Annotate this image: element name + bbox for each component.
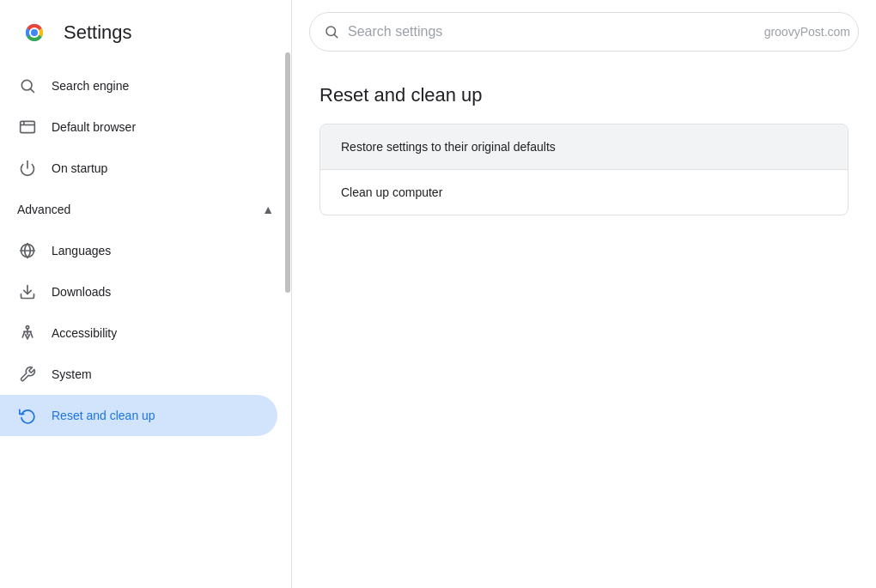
search-bar-container: groovyPost.com [292,0,876,64]
svg-point-15 [326,27,336,36]
wrench-icon [17,364,38,385]
content-area: Reset and clean up Restore settings to t… [292,64,876,236]
download-icon [17,282,38,302]
accessibility-icon [17,323,38,343]
chrome-logo-icon [17,15,52,50]
browser-icon [17,117,38,137]
sidebar: Settings Search engine Default brows [0,0,292,588]
sidebar-item-label: System [52,367,92,381]
svg-point-3 [31,29,38,36]
sidebar-item-on-startup[interactable]: On startup [0,148,277,189]
sidebar-item-label: On startup [52,161,107,175]
clean-up-computer-label: Clean up computer [341,185,442,199]
restore-settings-label: Restore settings to their original defau… [341,140,556,154]
main-content: groovyPost.com Reset and clean up Restor… [292,0,876,588]
svg-line-5 [31,89,34,93]
sidebar-item-label: Default browser [52,120,136,134]
settings-title: Settings [64,21,132,44]
sidebar-item-label: Downloads [52,285,111,299]
settings-card: Restore settings to their original defau… [319,124,849,215]
power-icon [17,158,38,179]
search-engine-icon [17,76,38,96]
clean-up-computer-item[interactable]: Clean up computer [320,169,848,215]
svg-point-4 [21,80,32,90]
sidebar-item-system[interactable]: System [0,354,277,395]
search-icon [324,24,339,39]
reset-icon [17,405,38,426]
advanced-label: Advanced [17,203,70,216]
sidebar-item-search-engine[interactable]: Search engine [0,65,277,106]
sidebar-item-default-browser[interactable]: Default browser [0,106,277,148]
section-title: Reset and clean up [319,84,849,106]
sidebar-item-accessibility[interactable]: Accessibility [0,312,277,354]
sidebar-item-label: Reset and clean up [52,409,155,422]
sidebar-nav: Search engine Default browser On star [0,65,291,588]
globe-icon [17,240,38,261]
sidebar-item-reset-and-clean-up[interactable]: Reset and clean up [0,395,277,436]
advanced-section-header[interactable]: Advanced ▲ [0,189,291,230]
svg-rect-6 [21,121,35,132]
sidebar-item-downloads[interactable]: Downloads [0,271,277,312]
sidebar-item-languages[interactable]: Languages [0,230,277,271]
sidebar-item-label: Accessibility [52,326,117,340]
restore-settings-item[interactable]: Restore settings to their original defau… [320,124,848,169]
scrollbar-thumb[interactable] [285,52,290,293]
sidebar-item-label: Search engine [52,79,129,93]
sidebar-header: Settings [0,0,291,65]
svg-line-16 [334,34,337,37]
watermark-text: groovyPost.com [764,25,850,39]
chevron-up-icon: ▲ [262,203,274,216]
scrollbar-track[interactable] [284,0,291,588]
sidebar-item-label: Languages [52,244,111,258]
